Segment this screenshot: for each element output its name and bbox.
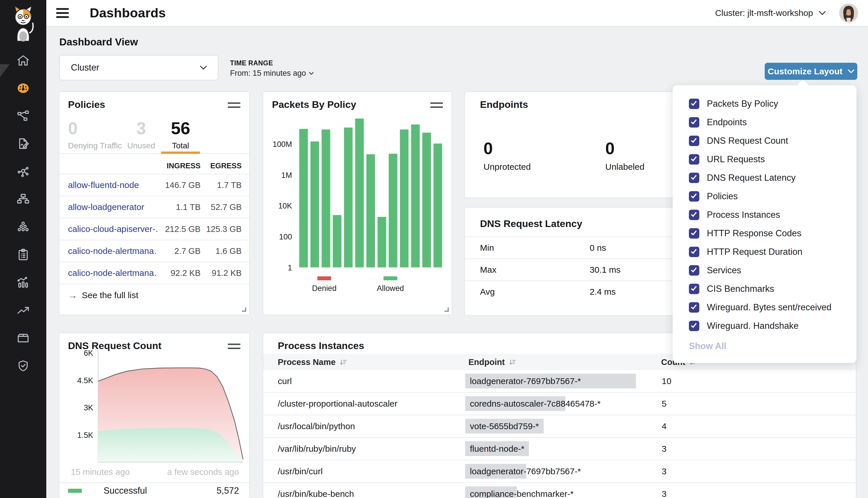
menu-item[interactable]: DNS Request Latency [673,169,856,187]
stat-unused[interactable]: 3 Unused [125,120,157,150]
time-range-value[interactable]: From: 15 minutes ago [230,69,314,78]
policies-icon [16,137,30,151]
customize-layout-menu: Packets By PolicyEndpointsDNS Request Co… [673,85,856,363]
menu-item-label: Endpoints [707,117,747,128]
menu-item[interactable]: HTTP Response Codes [673,224,856,243]
process-table-body: curlloadgenerator-7697bb7567-*10/cluster… [263,370,856,498]
menu-item-label: Wireguard. Bytes sent/received [707,302,831,313]
menu-item[interactable]: Packets By Policy [673,94,856,113]
policy-link[interactable]: calico-node-alertmana… [68,246,158,256]
menu-item[interactable]: Services [673,261,856,280]
customize-layout-button[interactable]: Customize Layout [765,63,857,80]
sidebar-item-security[interactable] [0,352,46,380]
packages-icon [16,331,30,345]
drag-handle-icon[interactable] [430,102,443,110]
sort-icon [508,358,517,366]
policy-link[interactable]: allow-loadgenerator [68,202,144,212]
sidebar-item-trends[interactable] [0,297,46,324]
sidebar-item-analytics[interactable] [0,268,46,297]
menu-item[interactable]: CIS Benchmarks [673,280,856,298]
sidebar-item-dashboards[interactable] [0,74,46,102]
dashboard-view-select[interactable]: Cluster [59,55,218,80]
policy-link[interactable]: allow-fluentd-node [68,180,139,190]
policies-card-title: Policies [68,99,105,110]
home-icon [16,53,30,67]
checkbox-checked-icon[interactable] [689,228,699,239]
process-row: /usr/local/bin/pythonvote-5655bd759-*4 [263,415,856,438]
column-header-process-name[interactable]: Process Name [278,357,347,367]
checkbox-checked-icon[interactable] [689,117,699,128]
resize-handle[interactable] [242,307,246,312]
drag-handle-icon[interactable] [228,102,241,110]
legend-value: 5,572 [217,486,239,496]
egress-value: 1.6 GB [216,246,242,256]
checkbox-checked-icon[interactable] [689,265,699,276]
resize-handle[interactable] [444,307,449,312]
checkbox-checked-icon[interactable] [689,302,699,313]
sidebar-item-infrastructure[interactable] [0,185,46,213]
sidebar-item-workloads[interactable] [0,213,46,241]
sidebar-item-connections[interactable] [0,158,46,185]
process-row: /usr/bin/kube-benchcompliance-benchmarke… [263,483,856,498]
chevron-down-icon [309,72,314,75]
time-range: TIME RANGE From: 15 minutes ago [230,59,314,78]
show-all-link[interactable]: Show All [689,341,726,351]
menu-item[interactable]: HTTP Request Duration [673,243,856,261]
sidebar-item-service-graph[interactable] [0,102,46,130]
checkbox-checked-icon[interactable] [689,173,699,183]
sidebar-item-home[interactable] [0,47,46,74]
sidebar-nav [0,47,46,380]
allowed-bar [411,124,420,267]
checkbox-checked-icon[interactable] [689,136,699,146]
allowed-bar [423,133,431,267]
sidebar-item-compliance[interactable] [0,241,46,268]
policy-row: calico-node-alertmana…2.7 GB1.6 GB [59,240,249,262]
column-header-egress: EGRESS [210,161,242,170]
calico-cat-logo[interactable] [8,2,38,42]
y-tick-label: 1 [288,263,292,272]
policy-link[interactable]: calico-node-alertmana… [68,268,158,278]
packets-by-policy-chart: 100M1M10K1001DeniedAllowed [263,92,452,315]
process-name: /cluster-proportional-autoscaler [278,399,398,409]
column-header-endpoint[interactable]: Endpoint [468,357,517,367]
y-tick-label: 100 [279,233,292,241]
denied-swatch[interactable] [318,276,331,280]
drag-handle-icon[interactable] [228,343,241,352]
process-row: /cluster-proportional-autoscalercoredns-… [263,393,856,415]
count-value: 10 [662,376,671,386]
checkbox-checked-icon[interactable] [689,321,699,331]
stat-denying-traffic[interactable]: 0 Denying Traffic [68,120,122,150]
avatar[interactable] [839,3,858,23]
checkbox-checked-icon[interactable] [689,284,699,294]
dns-count-legend-row[interactable]: Successful 5,572 [59,482,249,498]
count-value: 3 [662,444,666,454]
menu-item[interactable]: Endpoints [673,113,856,132]
policy-link[interactable]: calico-cloud-apiserver-… [68,224,158,234]
see-full-list-link[interactable]: → See the full list [59,284,249,306]
checkbox-checked-icon[interactable] [689,210,699,220]
endpoint-value: loadgenerator-7697bb7567-* [465,376,636,386]
sidebar-item-packages[interactable] [0,324,46,352]
endpoints-card-title: Endpoints [480,99,528,110]
menu-item[interactable]: Wireguard. Bytes sent/received [673,298,856,317]
menu-item[interactable]: URL Requests [673,150,856,169]
checkbox-checked-icon[interactable] [689,191,699,201]
cluster-selector[interactable]: Cluster: jlt-msft-workshop [715,8,826,18]
menu-item[interactable]: Wireguard. Handshake [673,317,856,335]
stat-total[interactable]: 56 Total [161,120,200,150]
sidebar-item-policies[interactable] [0,130,46,158]
checkbox-checked-icon[interactable] [689,247,699,257]
arrow-right-icon: → [68,290,77,301]
endpoint-highlight: fluentd-node-* [465,441,529,456]
allowed-swatch[interactable] [384,276,397,280]
checkbox-checked-icon[interactable] [689,99,699,109]
count-value: 5 [662,399,666,409]
menu-item[interactable]: Process Instances [673,206,856,224]
checkbox-checked-icon[interactable] [689,154,699,165]
process-name: curl [278,376,292,386]
allowed-bar [400,130,409,267]
menu-item[interactable]: DNS Request Count [673,132,856,150]
menu-icon[interactable] [56,8,69,18]
process-row: /usr/bin/curlloadgenerator-7697bb7567-*3 [263,460,856,483]
menu-item[interactable]: Policies [673,187,856,206]
